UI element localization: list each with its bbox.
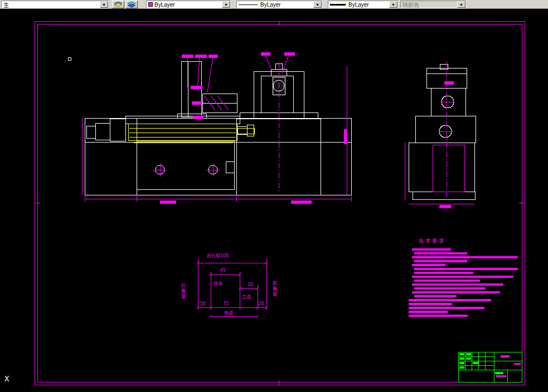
cycle-dim-20a: 20 bbox=[248, 283, 253, 287]
cycle-dim-20b: 20 bbox=[258, 302, 264, 306]
linetype-sample bbox=[239, 4, 258, 5]
chevron-down-icon[interactable]: ▼ bbox=[389, 1, 397, 8]
layer-combo[interactable]: 主 ▼ bbox=[1, 1, 109, 8]
lineweight-combo-value: ByLayer bbox=[348, 2, 369, 8]
linetype-combo[interactable]: ByLayer ▼ bbox=[236, 1, 322, 8]
drawing-svg bbox=[0, 9, 548, 392]
chevron-down-icon[interactable]: ▼ bbox=[100, 1, 108, 8]
plotstyle-combo: 随颜色 ▼ bbox=[400, 1, 466, 8]
color-combo-value: ByLayer bbox=[154, 2, 175, 8]
cycle-title: 启行程100 bbox=[207, 254, 229, 258]
linetype-combo-value: ByLayer bbox=[260, 2, 281, 8]
layers-icon bbox=[114, 1, 123, 8]
color-combo[interactable]: ByLayer ▼ bbox=[146, 1, 231, 8]
cycle-left-label: 后备量 bbox=[180, 283, 186, 300]
tech-req-line bbox=[412, 264, 445, 266]
object-properties-toolbar: 主 ▼ ByLayer ▼ ByLayer ▼ ByLayer ▼ 随颜色 ▼ bbox=[0, 0, 548, 9]
cycle-phase-rapid-return: 快退 bbox=[224, 311, 233, 316]
tech-req-line bbox=[412, 256, 518, 258]
tech-req-line bbox=[414, 287, 486, 290]
chevron-down-icon: ▼ bbox=[457, 1, 465, 8]
tech-req-line bbox=[412, 291, 500, 293]
side-view bbox=[405, 61, 476, 208]
drawing-canvas[interactable]: 技术要求 启行程100 45 快进 20 工进 50 75 20 快退 后备量 … bbox=[0, 9, 548, 392]
cycle-dim-75: 75 bbox=[223, 302, 229, 306]
make-layer-current-button[interactable] bbox=[125, 1, 138, 8]
title-block bbox=[458, 352, 522, 382]
cycle-phase-rapid-advance: 快进 bbox=[214, 282, 222, 286]
tech-req-line bbox=[412, 283, 503, 286]
cycle-dim-45: 45 bbox=[220, 268, 226, 273]
tech-req-line bbox=[414, 268, 518, 270]
tech-req-line bbox=[412, 276, 513, 278]
tech-req-line bbox=[409, 311, 448, 313]
layer-combo-value: 主 bbox=[3, 1, 9, 8]
tech-req-line bbox=[409, 303, 452, 305]
tech-req-line bbox=[414, 280, 480, 282]
cycle-diagram-lines bbox=[196, 258, 268, 318]
crosshair-cursor: X bbox=[4, 374, 9, 383]
lineweight-sample bbox=[330, 4, 346, 6]
tech-req-line bbox=[409, 307, 484, 309]
cycle-dim-50: 50 bbox=[200, 302, 206, 306]
chevron-down-icon[interactable]: ▼ bbox=[222, 1, 230, 8]
pickbox-marker bbox=[68, 57, 71, 61]
cycle-right-label: 前备量 bbox=[271, 281, 277, 297]
tech-req-line bbox=[409, 315, 468, 317]
tech-req-line bbox=[414, 295, 457, 297]
plotstyle-combo-value: 随颜色 bbox=[402, 1, 419, 8]
tech-req-line bbox=[412, 248, 451, 251]
tech-req-line bbox=[414, 272, 473, 274]
layer-properties-button[interactable] bbox=[112, 1, 124, 8]
color-swatch bbox=[148, 2, 153, 7]
chevron-down-icon[interactable]: ▼ bbox=[313, 1, 322, 8]
tech-req-lines bbox=[409, 248, 520, 321]
tech-req-title: 技术要求 bbox=[419, 239, 445, 244]
tech-req-line bbox=[409, 299, 491, 301]
tech-req-line bbox=[414, 260, 467, 262]
lineweight-combo[interactable]: ByLayer ▼ bbox=[328, 1, 398, 8]
cycle-phase-work-feed: 工进 bbox=[242, 295, 251, 300]
tech-req-line bbox=[414, 252, 467, 254]
layer-stack-icon bbox=[127, 1, 136, 8]
cylinder-yellow bbox=[128, 124, 254, 143]
front-view bbox=[82, 52, 351, 203]
